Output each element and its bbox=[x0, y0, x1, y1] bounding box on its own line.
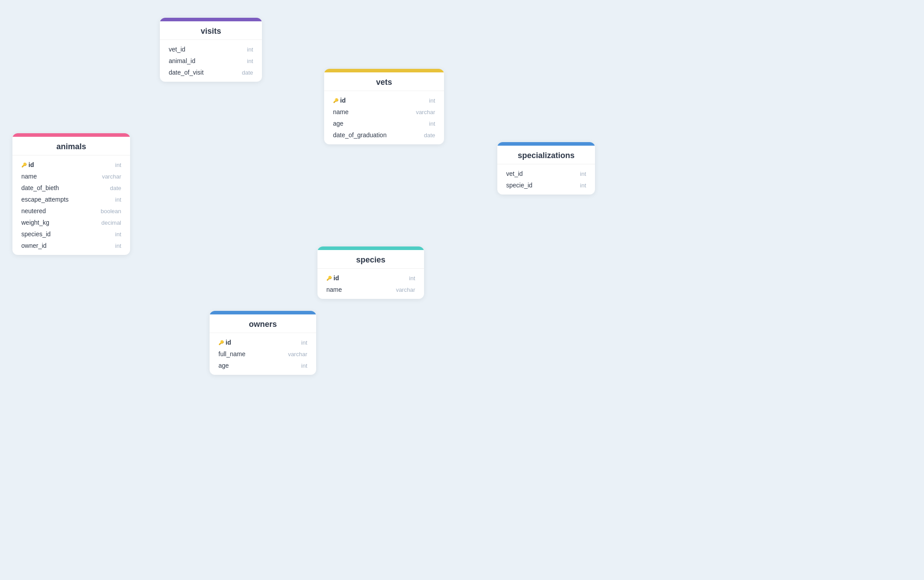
field-specializations-specie_id: specie_idint bbox=[497, 179, 595, 191]
field-type-neutered: boolean bbox=[101, 208, 121, 215]
field-type-id: int bbox=[115, 162, 121, 168]
field-visits-date_of_visit: date_of_visitdate bbox=[160, 67, 262, 78]
field-name-age: age bbox=[218, 362, 229, 369]
field-visits-vet_id: vet_idint bbox=[160, 44, 262, 55]
table-visits-header-bar bbox=[160, 18, 262, 21]
field-species-id: 🔑idint bbox=[317, 272, 424, 284]
field-animals-species_id: species_idint bbox=[12, 228, 130, 240]
field-type-name: varchar bbox=[396, 286, 415, 293]
field-type-vet_id: int bbox=[247, 46, 253, 53]
field-name-animal_id: animal_id bbox=[169, 57, 195, 64]
table-species[interactable]: species🔑idintnamevarchar bbox=[317, 246, 424, 299]
field-name-id: 🔑id bbox=[218, 339, 231, 346]
field-type-vet_id: int bbox=[580, 171, 586, 177]
table-vets-fields: 🔑idintnamevarcharageintdate_of_graduatio… bbox=[324, 91, 444, 144]
key-icon: 🔑 bbox=[326, 276, 332, 281]
table-species-header-bar bbox=[317, 246, 424, 250]
field-name-age: age bbox=[333, 120, 343, 127]
connection-line bbox=[130, 64, 160, 167]
field-animals-date_of_bieth: date_of_biethdate bbox=[12, 182, 130, 194]
field-animals-name: namevarchar bbox=[12, 171, 130, 182]
field-name-date_of_bieth: date_of_bieth bbox=[21, 184, 59, 191]
field-animals-escape_attempts: escape_attemptsint bbox=[12, 194, 130, 205]
connection-line bbox=[424, 189, 497, 280]
field-vets-date_of_graduation: date_of_graduationdate bbox=[324, 129, 444, 141]
field-name-name: name bbox=[333, 108, 349, 115]
table-animals-fields: 🔑idintnamevarchardate_of_biethdateescape… bbox=[12, 155, 130, 255]
field-type-owner_id: int bbox=[115, 242, 121, 249]
field-animals-neutered: neuteredboolean bbox=[12, 205, 130, 217]
key-icon: 🔑 bbox=[218, 340, 224, 345]
field-visits-animal_id: animal_idint bbox=[160, 55, 262, 67]
field-name-vet_id: vet_id bbox=[506, 170, 523, 177]
field-type-date_of_bieth: date bbox=[110, 185, 121, 191]
table-animals-title: animals bbox=[12, 137, 130, 155]
connections-svg bbox=[0, 0, 924, 580]
field-animals-owner_id: owner_idint bbox=[12, 240, 130, 251]
field-owners-full_name: full_namevarchar bbox=[210, 348, 316, 360]
key-icon: 🔑 bbox=[21, 163, 27, 167]
field-name-date_of_visit: date_of_visit bbox=[169, 69, 204, 76]
field-name-full_name: full_name bbox=[218, 350, 246, 358]
table-visits[interactable]: visitsvet_idintanimal_idintdate_of_visit… bbox=[160, 18, 262, 82]
field-animals-weight_kg: weight_kgdecimal bbox=[12, 217, 130, 228]
field-type-name: varchar bbox=[102, 173, 121, 180]
field-specializations-vet_id: vet_idint bbox=[497, 168, 595, 179]
field-name-neutered: neutered bbox=[21, 207, 46, 215]
field-owners-age: ageint bbox=[210, 360, 316, 371]
field-species-name: namevarchar bbox=[317, 284, 424, 295]
table-visits-title: visits bbox=[160, 21, 262, 40]
field-name-name: name bbox=[326, 286, 342, 293]
field-name-date_of_graduation: date_of_graduation bbox=[333, 131, 387, 139]
field-name-escape_attempts: escape_attempts bbox=[21, 196, 69, 203]
connection-line bbox=[444, 102, 497, 175]
table-vets[interactable]: vets🔑idintnamevarcharageintdate_of_gradu… bbox=[324, 69, 444, 144]
table-species-fields: 🔑idintnamevarchar bbox=[317, 269, 424, 299]
field-type-id: int bbox=[301, 339, 307, 346]
field-type-date_of_graduation: date bbox=[424, 132, 435, 139]
table-vets-title: vets bbox=[324, 72, 444, 91]
field-name-id: 🔑id bbox=[333, 97, 345, 104]
field-type-date_of_visit: date bbox=[242, 69, 253, 76]
field-type-age: int bbox=[429, 120, 435, 127]
field-type-id: int bbox=[429, 97, 435, 104]
field-owners-id: 🔑idint bbox=[210, 337, 316, 348]
key-icon: 🔑 bbox=[333, 98, 338, 103]
field-name-specie_id: specie_id bbox=[506, 182, 532, 189]
field-type-escape_attempts: int bbox=[115, 196, 121, 203]
field-animals-id: 🔑idint bbox=[12, 159, 130, 171]
field-name-id: 🔑id bbox=[326, 274, 339, 282]
table-specializations-header-bar bbox=[497, 142, 595, 146]
table-animals[interactable]: animals🔑idintnamevarchardate_of_biethdat… bbox=[12, 133, 130, 255]
diagram-canvas: visitsvet_idintanimal_idintdate_of_visit… bbox=[0, 0, 924, 580]
field-type-weight_kg: decimal bbox=[101, 219, 121, 226]
table-specializations-fields: vet_idintspecie_idint bbox=[497, 164, 595, 195]
table-owners-header-bar bbox=[210, 311, 316, 314]
connection-line bbox=[130, 260, 210, 344]
field-vets-age: ageint bbox=[324, 118, 444, 129]
table-specializations[interactable]: specializationsvet_idintspecie_idint bbox=[497, 142, 595, 195]
field-name-name: name bbox=[21, 173, 37, 180]
connection-line bbox=[130, 246, 317, 280]
table-visits-fields: vet_idintanimal_idintdate_of_visitdate bbox=[160, 40, 262, 82]
table-specializations-title: specializations bbox=[497, 146, 595, 164]
table-species-title: species bbox=[317, 250, 424, 269]
field-name-id: 🔑id bbox=[21, 161, 34, 168]
field-name-species_id: species_id bbox=[21, 230, 51, 238]
field-type-specie_id: int bbox=[580, 182, 586, 189]
field-name-owner_id: owner_id bbox=[21, 242, 47, 249]
table-owners-title: owners bbox=[210, 314, 316, 333]
field-type-age: int bbox=[301, 362, 307, 369]
field-type-animal_id: int bbox=[247, 58, 253, 64]
field-vets-id: 🔑idint bbox=[324, 95, 444, 106]
field-type-id: int bbox=[409, 275, 415, 282]
table-animals-header-bar bbox=[12, 133, 130, 137]
field-vets-name: namevarchar bbox=[324, 106, 444, 118]
field-type-species_id: int bbox=[115, 231, 121, 238]
table-vets-header-bar bbox=[324, 69, 444, 72]
field-name-vet_id: vet_id bbox=[169, 46, 185, 53]
field-name-weight_kg: weight_kg bbox=[21, 219, 49, 226]
table-owners[interactable]: owners🔑idintfull_namevarcharageint bbox=[210, 311, 316, 375]
connection-line bbox=[262, 51, 324, 102]
field-type-full_name: varchar bbox=[288, 351, 307, 358]
